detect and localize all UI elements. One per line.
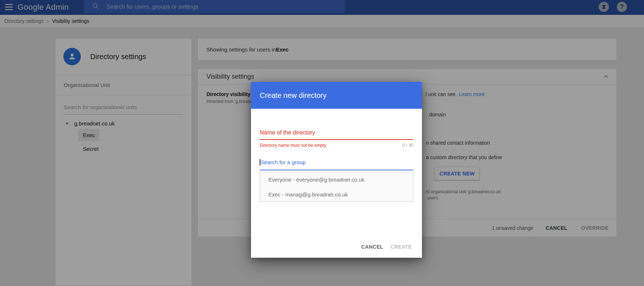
dialog-actions: CANCEL CREATE (357, 241, 415, 253)
text-cursor (260, 159, 260, 166)
group-option-everyone[interactable]: Everyone - everyone@g.breadnet.co.uk (260, 172, 413, 187)
group-suggestions-dropdown: Everyone - everyone@g.breadnet.co.uk Exe… (260, 172, 413, 202)
name-error-row: Directory name must not be empty. 0 / 30 (260, 143, 413, 148)
create-directory-dialog: Create new directory Name of the directo… (251, 82, 422, 258)
dialog-header: Create new directory (251, 82, 422, 109)
group-search-placeholder: Search for a group (261, 159, 306, 165)
char-counter: 0 / 30 (402, 143, 413, 148)
group-search-input[interactable]: Search for a group (260, 159, 413, 170)
group-option-exec[interactable]: Exec - manag@g.breadnet.co.uk (260, 187, 413, 202)
directory-name-input[interactable]: Name of the directory (260, 129, 413, 140)
dialog-cancel-button[interactable]: CANCEL (357, 241, 387, 253)
dialog-title: Create new directory (260, 91, 327, 100)
name-error-text: Directory name must not be empty. (260, 143, 327, 148)
dialog-create-button[interactable]: CREATE (387, 241, 415, 253)
